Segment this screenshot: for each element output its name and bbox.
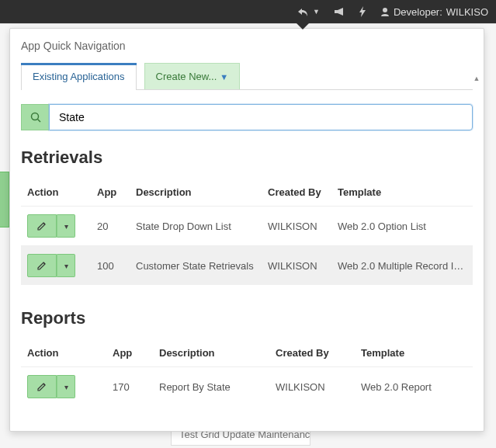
chevron-down-icon: ▼ [220, 72, 228, 82]
quick-nav-popup: ▲ App Quick Navigation Existing Applicat… [9, 28, 484, 432]
popup-title: App Quick Navigation [21, 40, 473, 52]
search-input[interactable] [49, 104, 473, 130]
action-dropdown[interactable]: ▾ [57, 214, 75, 238]
col-description: Description [130, 179, 262, 207]
tab-bar: Existing Applications Create New... ▼ [21, 63, 473, 90]
cell-created-by: WILKISON [262, 246, 331, 286]
caret-down-icon: ▾ [64, 262, 68, 270]
cell-template: Web 2.0 Report [355, 367, 473, 407]
table-row: ▾ 100 Customer State Retrievals WILKISON… [21, 246, 473, 286]
pencil-icon [36, 260, 47, 271]
cell-description: Customer State Retrievals [130, 246, 262, 286]
svg-point-0 [383, 8, 387, 12]
cell-template: Web 2.0 Multiple Record Inq... [331, 246, 473, 286]
cell-description: Report By State [153, 367, 269, 407]
action-dropdown[interactable]: ▾ [57, 375, 75, 398]
reports-heading: Reports [21, 308, 473, 328]
cell-created-by: WILKISON [269, 367, 355, 407]
pencil-icon [36, 381, 47, 392]
tab-label: Create New... [156, 71, 217, 82]
col-description: Description [153, 339, 269, 367]
bg-side-accent [0, 172, 9, 227]
undo-menu-caret-icon[interactable]: ▼ [313, 8, 320, 16]
row-action-group: ▾ [27, 254, 75, 277]
popup-pointer [297, 23, 309, 30]
col-created-by: Created By [269, 339, 355, 367]
row-action-group: ▾ [27, 375, 75, 398]
pencil-icon [36, 221, 47, 231]
col-app: App [106, 339, 153, 367]
user-prefix: Developer: [394, 6, 442, 18]
tab-create-new[interactable]: Create New... ▼ [144, 63, 241, 89]
cell-description: State Drop Down List [130, 207, 262, 246]
col-template: Template [331, 179, 473, 207]
edit-button[interactable] [27, 254, 57, 277]
cell-app: 170 [106, 367, 153, 407]
col-created-by: Created By [262, 179, 331, 207]
col-action: Action [21, 339, 106, 367]
user-info[interactable]: Developer: WILKISO [380, 6, 488, 18]
reports-table: Action App Description Created By Templa… [21, 339, 473, 406]
caret-down-icon: ▾ [64, 383, 68, 391]
action-dropdown[interactable]: ▾ [57, 254, 75, 277]
cell-app: 20 [91, 207, 130, 246]
scroll-up-icon[interactable]: ▲ [470, 72, 483, 85]
announce-icon[interactable] [334, 7, 345, 16]
search-row [21, 104, 473, 130]
search-button[interactable] [21, 104, 49, 130]
table-row: ▾ 20 State Drop Down List WILKISON Web 2… [21, 207, 473, 246]
topbar: ▼ Developer: WILKISO [0, 0, 496, 23]
user-icon [380, 7, 390, 16]
cell-app: 100 [91, 246, 130, 286]
edit-button[interactable] [27, 375, 57, 398]
cell-template: Web 2.0 Option List [331, 207, 473, 246]
retrievals-heading: Retrievals [21, 148, 473, 168]
col-app: App [91, 179, 130, 207]
user-name: WILKISO [446, 6, 488, 18]
undo-icon[interactable] [297, 7, 308, 16]
search-icon [30, 112, 41, 123]
caret-down-icon: ▾ [64, 222, 68, 231]
tab-label: Existing Applications [33, 71, 125, 82]
tab-existing-applications[interactable]: Existing Applications [21, 63, 137, 89]
retrievals-table: Action App Description Created By Templa… [21, 179, 473, 285]
edit-button[interactable] [27, 214, 57, 238]
bolt-icon[interactable] [359, 6, 366, 17]
cell-created-by: WILKISON [262, 207, 331, 246]
col-template: Template [355, 339, 473, 367]
table-row: ▾ 170 Report By State WILKISON Web 2.0 R… [21, 367, 473, 407]
svg-point-1 [31, 113, 38, 120]
col-action: Action [21, 179, 91, 207]
svg-line-2 [37, 120, 40, 123]
row-action-group: ▾ [27, 214, 75, 238]
